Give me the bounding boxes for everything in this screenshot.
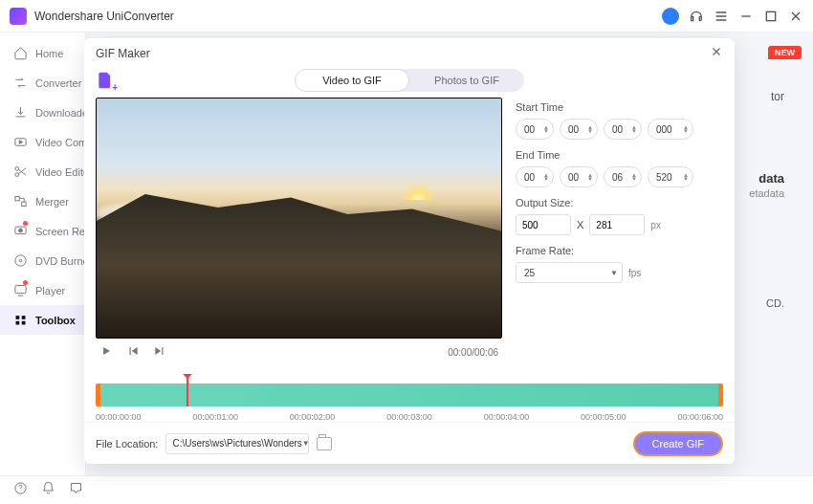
output-size-label: Output Size:: [516, 197, 723, 208]
sidebar-item-player[interactable]: Player: [0, 275, 85, 305]
next-frame-icon[interactable]: [153, 344, 166, 360]
svg-rect-0: [766, 11, 775, 20]
help-icon[interactable]: [13, 481, 28, 499]
svg-rect-14: [22, 321, 26, 325]
sidebar-item-converter[interactable]: Converter: [0, 68, 85, 98]
dialog-title: GIF Maker: [96, 47, 150, 60]
end-time-label: End Time: [516, 149, 723, 161]
output-width-input[interactable]: [516, 214, 571, 235]
svg-rect-11: [16, 316, 20, 319]
dialog-footer: File Location: C:\Users\ws\Pictures\Wond…: [84, 422, 735, 464]
sidebar-item-label: Downloader: [35, 107, 92, 119]
start-time-label: Start Time: [516, 101, 723, 113]
feedback-icon[interactable]: [69, 481, 83, 499]
gif-maker-dialog: GIF Maker Video to GIF Photos to GIF 00:…: [84, 38, 735, 464]
sidebar-item-downloader[interactable]: Downloader: [0, 98, 85, 127]
sidebar-item-label: Home: [35, 48, 63, 59]
playhead[interactable]: [187, 378, 188, 406]
create-gif-button[interactable]: Create GIF: [633, 431, 723, 456]
bg-text-1: tor: [771, 90, 784, 103]
bg-text-2: data: [758, 171, 784, 186]
bell-icon[interactable]: [41, 481, 55, 499]
px-unit: px: [650, 220, 661, 230]
tab-photos-to-gif[interactable]: Photos to GIF: [409, 69, 524, 92]
app-title: Wondershare UniConverter: [34, 10, 174, 23]
svg-point-9: [19, 259, 22, 262]
sidebar-item-recorder[interactable]: Screen Recorder: [0, 216, 85, 246]
file-location-label: File Location:: [96, 438, 158, 449]
prev-frame-icon[interactable]: [126, 344, 140, 360]
sidebar: Home Converter Downloader Video Compress…: [0, 33, 86, 475]
time-display: 00:00/00:06: [448, 347, 498, 358]
add-file-icon[interactable]: [96, 71, 115, 90]
start-minutes-stepper[interactable]: 00▲▼: [560, 119, 598, 140]
end-minutes-stepper[interactable]: 00▲▼: [560, 166, 598, 187]
sidebar-item-label: Converter: [35, 77, 81, 89]
new-badge: NEW: [768, 46, 802, 59]
mode-tabs: Video to GIF Photos to GIF: [295, 69, 524, 92]
dialog-close-icon[interactable]: [710, 45, 723, 62]
svg-point-3: [15, 173, 19, 177]
sidebar-item-editor[interactable]: Video Editor: [0, 157, 85, 186]
maximize-icon[interactable]: [763, 9, 779, 24]
tab-video-to-gif[interactable]: Video to GIF: [295, 69, 409, 92]
svg-rect-12: [22, 316, 26, 319]
support-icon[interactable]: [689, 9, 704, 24]
timeline-track[interactable]: [96, 383, 723, 406]
start-hours-stepper[interactable]: 00▲▼: [516, 119, 554, 140]
timeline: 00:00:00:00 00:00:01:00 00:00:02:00 00:0…: [84, 378, 735, 422]
sidebar-item-merger[interactable]: Merger: [0, 186, 85, 216]
start-ms-stepper[interactable]: 000▲▼: [648, 119, 693, 140]
frame-rate-select[interactable]: 25▼: [516, 262, 623, 283]
chevron-down-icon: ▼: [302, 439, 310, 448]
sidebar-item-dvd[interactable]: DVD Burner: [0, 246, 85, 275]
start-seconds-stepper[interactable]: 00▲▼: [604, 119, 642, 140]
sidebar-item-home[interactable]: Home: [0, 38, 85, 68]
close-icon[interactable]: [788, 9, 803, 24]
sidebar-item-label: Merger: [35, 196, 69, 208]
sidebar-item-label: Player: [35, 285, 65, 296]
sidebar-item-toolbox[interactable]: Toolbox: [0, 305, 85, 335]
x-separator: X: [577, 219, 583, 230]
end-ms-stepper[interactable]: 520▲▼: [648, 166, 693, 187]
svg-rect-13: [16, 321, 20, 325]
chevron-down-icon: ▼: [610, 269, 618, 277]
bg-text-4: CD.: [766, 297, 784, 309]
timeline-ticks: 00:00:00:00 00:00:01:00 00:00:02:00 00:0…: [96, 412, 723, 422]
app-logo: [10, 8, 27, 25]
svg-point-8: [15, 255, 26, 266]
browse-folder-icon[interactable]: [317, 437, 332, 450]
user-avatar-icon[interactable]: [662, 8, 679, 25]
svg-point-2: [15, 167, 19, 171]
svg-rect-5: [22, 202, 26, 206]
play-icon[interactable]: [99, 344, 113, 360]
file-location-select[interactable]: C:\Users\ws\Pictures\Wonders▼: [165, 433, 309, 454]
frame-rate-label: Frame Rate:: [516, 245, 723, 256]
status-bar: [0, 475, 813, 504]
sidebar-item-label: Toolbox: [35, 315, 76, 326]
minimize-icon[interactable]: [738, 9, 754, 24]
menu-icon[interactable]: [714, 9, 729, 24]
end-hours-stepper[interactable]: 00▲▼: [516, 166, 554, 187]
title-bar: Wondershare UniConverter: [0, 0, 813, 33]
playback-controls: 00:00/00:06: [96, 339, 502, 365]
svg-point-7: [19, 229, 23, 232]
output-height-input[interactable]: [589, 214, 645, 235]
preview-pane: 00:00/00:06: [96, 98, 502, 378]
svg-rect-4: [15, 197, 19, 201]
sidebar-item-compressor[interactable]: Video Compressor: [0, 127, 85, 157]
fps-unit: fps: [628, 268, 641, 278]
settings-pane: Start Time 00▲▼ 00▲▼ 00▲▼ 000▲▼ End Time…: [516, 98, 723, 378]
end-seconds-stepper[interactable]: 06▲▼: [604, 166, 642, 187]
video-preview[interactable]: [96, 98, 502, 339]
bg-text-3: etadata: [749, 187, 784, 199]
svg-rect-10: [15, 286, 26, 294]
